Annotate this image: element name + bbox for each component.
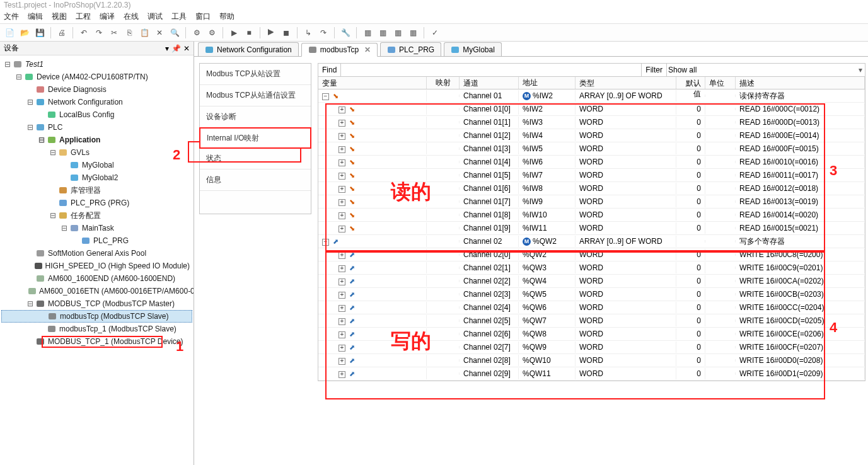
build-icon[interactable]: ⚙ (191, 27, 202, 38)
menu-edit[interactable]: 编辑 (28, 11, 43, 22)
menu-tools[interactable]: 工具 (171, 11, 187, 22)
tree-item[interactable]: ⊟任务配置 (1, 209, 192, 222)
logout-icon[interactable]: ■ (243, 27, 255, 38)
collapse-icon[interactable]: ⊟ (26, 123, 34, 132)
io-mapping-row[interactable]: +⬊Channel 01[8]%IW10WORD0READ 16#0014(=0… (318, 209, 865, 222)
tree-item[interactable]: SoftMotion General Axis Pool (1, 247, 192, 260)
col-type[interactable]: 类型 (576, 77, 676, 89)
print-icon[interactable]: 🖨 (56, 27, 67, 38)
io-mapping-row[interactable]: +⬊Channel 01[5]%IW7WORD0READ 16#0011(=00… (318, 169, 865, 182)
editor-tab[interactable]: Network Configuration (198, 42, 299, 56)
tree-item[interactable]: MyGlobal (1, 159, 192, 171)
filter-select[interactable] (667, 64, 856, 76)
sidemenu-item[interactable]: 信息 (200, 169, 311, 191)
expand-icon[interactable]: + (339, 278, 345, 285)
editor-tab[interactable]: MyGlobal (444, 42, 502, 56)
tree-item[interactable]: ⊟Test1 (1, 58, 192, 71)
menu-file[interactable]: 文件 (4, 11, 19, 22)
collapse-icon[interactable]: ⊟ (38, 135, 45, 144)
io-mapping-row[interactable]: +⬈Channel 02[6]%QW8WORD0WRITE 16#00CE(=0… (318, 328, 865, 341)
tree-item[interactable]: AM600_0016ETN (AM600-0016ETP/AM600-0016E… (1, 285, 192, 297)
redo-icon[interactable]: ↷ (93, 27, 105, 38)
wrench-icon[interactable]: 🔧 (340, 27, 351, 38)
buildall-icon[interactable]: ⚙ (206, 27, 217, 38)
grid2-icon[interactable]: ▦ (377, 27, 388, 38)
io-mapping-row[interactable]: +⬊Channel 01[3]%IW5WORD0READ 16#000F(=00… (318, 142, 865, 156)
io-mapping-grid[interactable]: −⬊Channel 01M%IW2ARRAY [0..9] OF WORD读保持… (318, 89, 865, 381)
step-icon[interactable]: ↳ (303, 27, 314, 38)
io-mapping-row[interactable]: +⬈Channel 02[4]%QW6WORD0WRITE 16#00CC(=0… (318, 301, 865, 314)
expand-icon[interactable]: + (339, 159, 345, 166)
io-mapping-row[interactable]: +⬈Channel 02[7]%QW9WORD0WRITE 16#00CF(=0… (318, 341, 865, 354)
io-mapping-row[interactable]: +⬈Channel 02[5]%QW7WORD0WRITE 16#00CD(=0… (318, 314, 865, 328)
close-panel-icon[interactable]: ✕ (183, 44, 190, 53)
collapse-icon[interactable]: − (322, 239, 329, 246)
io-mapping-row[interactable]: +⬊Channel 01[2]%IW4WORD0READ 16#000E(=00… (318, 129, 865, 142)
copy-icon[interactable]: ⎘ (124, 27, 135, 38)
pin-icon[interactable]: 📌 (171, 44, 181, 53)
expand-icon[interactable]: + (339, 226, 345, 233)
col-desc[interactable]: 描述 (736, 77, 865, 89)
tree-item[interactable]: ⊟MainTask (1, 222, 192, 234)
tree-item[interactable]: AM600_1600END (AM600-1600END) (1, 272, 192, 285)
io-mapping-row[interactable]: +⬊Channel 01[6]%IW8WORD0READ 16#0012(=00… (318, 182, 865, 195)
run-icon[interactable]: ⯈ (265, 27, 277, 38)
io-mapping-row[interactable]: −⬈Channel 02M%QW2ARRAY [0..9] OF WORD写多个… (318, 235, 865, 248)
expand-icon[interactable]: + (339, 252, 345, 259)
tree-item[interactable]: ⊟GVLs (1, 146, 192, 159)
io-mapping-row[interactable]: +⬊Channel 01[4]%IW6WORD0READ 16#0010(=00… (318, 156, 865, 169)
find-input[interactable] (341, 64, 641, 76)
menu-help[interactable]: 帮助 (219, 11, 234, 22)
stepover-icon[interactable]: ↷ (318, 27, 329, 38)
grid3-icon[interactable]: ▦ (392, 27, 403, 38)
cut-icon[interactable]: ✂ (108, 27, 120, 38)
io-mapping-row[interactable]: +⬊Channel 01[1]%IW3WORD0READ 16#000D(=00… (318, 116, 865, 129)
expand-icon[interactable]: + (339, 318, 345, 325)
expand-icon[interactable]: + (339, 106, 345, 113)
find-icon[interactable]: 🔍 (169, 27, 180, 38)
delete-icon[interactable]: ✕ (154, 27, 165, 38)
stop-icon[interactable]: ◼ (281, 27, 292, 38)
tree-item[interactable]: PLC_PRG (PRG) (1, 197, 192, 209)
paste-icon[interactable]: 📋 (139, 27, 150, 38)
io-mapping-row[interactable]: +⬈Channel 02[1]%QW3WORD0WRITE 16#00C9(=0… (318, 261, 865, 275)
io-mapping-row[interactable]: +⬈Channel 02[8]%QW10WORD0WRITE 16#00D0(=… (318, 354, 865, 367)
close-tab-icon[interactable]: ✕ (364, 45, 371, 54)
sidemenu-item[interactable]: Modbus TCP从站通信设置 (200, 85, 311, 106)
tree-item[interactable]: PLC_PRG (1, 234, 192, 247)
open-icon[interactable]: 📂 (19, 27, 30, 38)
expand-icon[interactable]: + (339, 305, 345, 312)
col-unit[interactable]: 单位 (705, 77, 736, 89)
expand-icon[interactable]: + (339, 292, 345, 299)
new-icon[interactable]: 📄 (4, 27, 15, 38)
login-icon[interactable]: ▶ (228, 27, 240, 38)
io-mapping-row[interactable]: +⬈Channel 02[2]%QW4WORD0WRITE 16#00CA(=0… (318, 275, 865, 288)
grid1-icon[interactable]: ▦ (362, 27, 373, 38)
io-mapping-row[interactable]: −⬊Channel 01M%IW2ARRAY [0..9] OF WORD读保持… (318, 89, 865, 103)
io-mapping-row[interactable]: +⬈Channel 02[9]%QW11WORD0WRITE 16#00D1(=… (318, 367, 865, 381)
expand-icon[interactable]: + (339, 345, 345, 352)
menu-debug[interactable]: 调试 (148, 11, 163, 22)
editor-tab[interactable]: PLC_PRG (380, 42, 441, 56)
col-default[interactable]: 默认值 (676, 77, 705, 89)
expand-icon[interactable]: + (339, 186, 345, 193)
expand-icon[interactable]: + (339, 120, 345, 127)
chevron-down-icon[interactable]: ▾ (856, 66, 865, 74)
tree-item[interactable]: Device Diagnosis (1, 83, 192, 96)
io-mapping-row[interactable]: +⬊Channel 01[9]%IW11WORD0READ 16#0015(=0… (318, 222, 865, 235)
tree-item[interactable]: ⊟PLC (1, 121, 192, 134)
expand-icon[interactable]: + (339, 371, 345, 378)
save-icon[interactable]: 💾 (34, 27, 45, 38)
tree-item[interactable]: MODBUS_TCP_1 (ModbusTCP Device) (1, 335, 192, 348)
tree-item[interactable]: ⊟Network Configuration (1, 96, 192, 108)
collapse-icon[interactable]: ⊟ (49, 148, 57, 157)
tree-item[interactable]: HIGH_SPEED_IO (High Speed IO Module) (1, 260, 192, 272)
col-mapping[interactable]: 映射 (427, 77, 460, 89)
expand-icon[interactable]: + (339, 133, 345, 140)
editor-tab[interactable]: modbusTcp✕ (301, 43, 378, 57)
menu-view[interactable]: 视图 (52, 11, 67, 22)
tree-item[interactable]: MyGlobal2 (1, 171, 192, 184)
sidemenu-item[interactable]: Internal I/O映射 (199, 127, 311, 149)
tree-item[interactable]: ⊟Device (AM402-CPU1608TP/TN) (1, 71, 192, 83)
collapse-icon[interactable]: ⊟ (4, 60, 11, 69)
